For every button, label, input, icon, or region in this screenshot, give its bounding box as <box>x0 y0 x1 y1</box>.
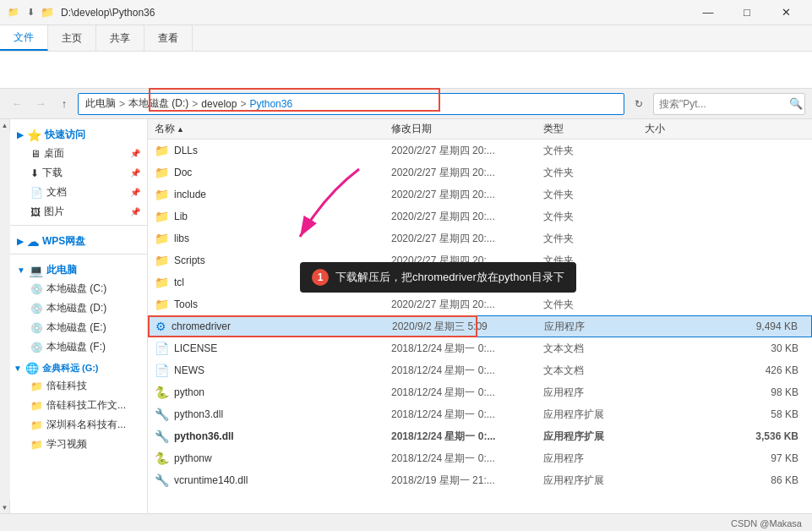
sidebar-quick-access[interactable]: ▶ ⭐ 快速访问 <box>10 123 147 144</box>
ribbon-content <box>0 52 812 89</box>
scroll-down-arrow[interactable]: ▼ <box>0 501 10 513</box>
minimize-button[interactable]: — <box>689 0 728 25</box>
folder-libs-icon: 📁 <box>155 232 169 245</box>
divider1 <box>10 225 147 226</box>
sidebar-item-docs[interactable]: 📄 文档 📌 <box>10 183 147 202</box>
file-row-license[interactable]: 📄LICENSE 2018/12/24 星期一 0:... 文本文档 30 KB <box>148 337 812 359</box>
col-type[interactable]: 类型 <box>543 122 645 136</box>
file-tools-name: Tools <box>174 298 198 310</box>
sidebar-gaodian[interactable]: ▼ 🌐 金典科远 (G:) <box>10 357 147 376</box>
computer-icon: 💻 <box>29 264 43 277</box>
search-icon: 🔍 <box>789 97 803 110</box>
address-path[interactable]: 此电脑 > 本地磁盘 (D:) > develop > Python36 <box>78 93 624 115</box>
up-button[interactable]: ↑ <box>54 94 74 114</box>
col-size[interactable]: 大小 <box>645 122 805 136</box>
folder-icon: 📁 <box>41 6 54 19</box>
sidebar-item-desktop[interactable]: 🖥 桌面 📌 <box>10 144 147 163</box>
sidebar-item-drive-d[interactable]: 💿 本地磁盘 (D:) <box>10 298 147 318</box>
file-vcruntime-name: vcruntime140.dll <box>174 474 248 486</box>
tab-share[interactable]: 共享 <box>96 25 144 51</box>
tab-file[interactable]: 文件 <box>0 25 48 51</box>
sidebar-item-pictures[interactable]: 🖼 图片 📌 <box>10 202 147 222</box>
sidebar-item-beigui[interactable]: 📁 倍硅科技 <box>10 376 147 396</box>
file-area: 名称 ▲ 修改日期 类型 大小 📁DLLs 2020/2/27 星期四 20:.… <box>148 119 812 513</box>
file-include-type: 文件夹 <box>543 188 645 202</box>
folder-tcl-icon: 📁 <box>155 276 169 289</box>
file-license-date: 2018/12/24 星期一 0:... <box>391 342 543 356</box>
file-vcruntime-type: 应用程序扩展 <box>543 474 645 488</box>
close-button[interactable]: ✕ <box>766 0 805 25</box>
back-button[interactable]: ← <box>7 94 27 114</box>
file-scripts-type: 文件夹 <box>543 254 645 268</box>
tab-home[interactable]: 主页 <box>48 25 96 51</box>
file-python-date: 2018/12/24 星期一 0:... <box>391 386 543 400</box>
file-doc-type: 文件夹 <box>543 166 645 180</box>
file-scripts-name: Scripts <box>174 255 205 266</box>
sidebar-this-pc[interactable]: ▼ 💻 此电脑 <box>10 258 147 279</box>
col-name[interactable]: 名称 ▲ <box>155 122 391 136</box>
file-lib-date: 2020/2/27 星期四 20:... <box>391 210 543 224</box>
drive-d-icon: 💿 <box>30 303 43 315</box>
file-row-tools[interactable]: 📁Tools 2020/2/27 星期四 20:... 文件夹 <box>148 293 812 315</box>
refresh-button[interactable]: ↻ <box>628 93 650 115</box>
status-text: CSDN @Makasa <box>731 518 802 528</box>
chevron-right-icon2: ▶ <box>17 237 24 246</box>
file-python-name: python <box>174 386 204 398</box>
scroll-up-arrow[interactable]: ▲ <box>0 119 10 131</box>
file-row-python[interactable]: 🐍python 2018/12/24 星期一 0:... 应用程序 98 KB <box>148 381 812 403</box>
file-row-python36dll[interactable]: 🔧python36.dll 2018/12/24 星期一 0:... 应用程序扩… <box>148 425 812 447</box>
file-row-tcl[interactable]: 📁tcl 2020/2/27 星期四 20:... 文件夹 <box>148 271 812 293</box>
folder-dlls-icon: 📁 <box>155 144 169 157</box>
file-row-lib[interactable]: 📁Lib 2020/2/27 星期四 20:... 文件夹 <box>148 205 812 227</box>
forward-button[interactable]: → <box>30 94 51 114</box>
file-chromedriver-type: 应用程序 <box>544 320 646 334</box>
file-python-type: 应用程序 <box>543 386 645 400</box>
file-dlls-type: 文件夹 <box>543 144 645 158</box>
file-row-dlls[interactable]: 📁DLLs 2020/2/27 星期四 20:... 文件夹 <box>148 140 812 161</box>
sidebar-docs-label: 文档 <box>46 185 67 200</box>
file-python-size: 98 KB <box>645 386 805 398</box>
file-row-news[interactable]: 📄NEWS 2018/12/24 星期一 0:... 文本文档 426 KB <box>148 359 812 381</box>
file-python3dll-type: 应用程序扩展 <box>543 408 645 422</box>
file-row-doc[interactable]: 📁Doc 2020/2/27 星期四 20:... 文件夹 <box>148 161 812 183</box>
sidebar-study-label: 学习视频 <box>46 437 87 452</box>
sidebar-drive-d-label: 本地磁盘 (D:) <box>46 301 106 315</box>
sidebar-item-drive-f[interactable]: 💿 本地磁盘 (F:) <box>10 337 147 357</box>
tab-view[interactable]: 查看 <box>144 25 193 51</box>
file-vcruntime-date: 2018/2/19 星期一 21:... <box>391 474 543 488</box>
sidebar-item-study[interactable]: 📁 学习视频 <box>10 435 147 454</box>
file-row-vcruntime[interactable]: 🔧vcruntime140.dll 2018/2/19 星期一 21:... 应… <box>148 469 812 491</box>
file-news-name: NEWS <box>174 364 204 376</box>
doc-license-icon: 📄 <box>155 342 169 355</box>
sidebar-item-beigui-work[interactable]: 📁 倍硅科技工作文... <box>10 396 147 415</box>
sidebar-beigui-work-label: 倍硅科技工作文... <box>46 398 126 413</box>
col-date[interactable]: 修改日期 <box>391 122 543 136</box>
file-row-scripts[interactable]: 📁Scripts 2020/2/27 星期四 20:... 文件夹 <box>148 249 812 271</box>
pin-icon2: 📌 <box>130 168 140 178</box>
sidebar-item-drive-e[interactable]: 💿 本地磁盘 (E:) <box>10 318 147 337</box>
file-row-pythonw[interactable]: 🐍pythonw 2018/12/24 星期一 0:... 应用程序 97 KB <box>148 447 812 469</box>
dll-python36-icon: 🔧 <box>155 430 169 443</box>
ribbon-tabs: 文件 主页 共享 查看 <box>0 25 812 51</box>
file-vcruntime-size: 86 KB <box>645 474 805 486</box>
search-input[interactable] <box>659 98 786 110</box>
file-pythonw-date: 2018/12/24 星期一 0:... <box>391 452 543 466</box>
file-row-chromedriver[interactable]: ⚙chromedriver 2020/9/2 星期三 5:09 应用程序 9,4… <box>148 315 812 337</box>
file-python3dll-date: 2018/12/24 星期一 0:... <box>391 408 543 422</box>
sidebar-drive-f-label: 本地磁盘 (F:) <box>46 340 106 354</box>
file-row-libs[interactable]: 📁libs 2020/2/27 星期四 20:... 文件夹 <box>148 227 812 249</box>
file-row-python3dll[interactable]: 🔧python3.dll 2018/12/24 星期一 0:... 应用程序扩展… <box>148 403 812 425</box>
chevron-down-icon2: ▼ <box>14 364 22 373</box>
maximize-button[interactable]: □ <box>728 0 766 25</box>
file-news-type: 文本文档 <box>543 364 645 378</box>
file-dlls-name: DLLs <box>174 145 198 156</box>
sidebar-item-shenzhen[interactable]: 📁 深圳科名科技有... <box>10 415 147 435</box>
file-python36dll-type: 应用程序扩展 <box>543 430 645 444</box>
file-license-size: 30 KB <box>645 342 805 354</box>
sidebar-item-drive-c[interactable]: 💿 本地磁盘 (C:) <box>10 279 147 298</box>
search-box[interactable]: 🔍 <box>653 93 805 115</box>
file-row-include[interactable]: 📁include 2020/2/27 星期四 20:... 文件夹 <box>148 183 812 205</box>
sidebar-wps[interactable]: ▶ ☁ WPS网盘 <box>10 229 147 250</box>
sidebar-item-downloads[interactable]: ⬇ 下载 📌 <box>10 163 147 183</box>
file-libs-name: libs <box>174 233 189 244</box>
